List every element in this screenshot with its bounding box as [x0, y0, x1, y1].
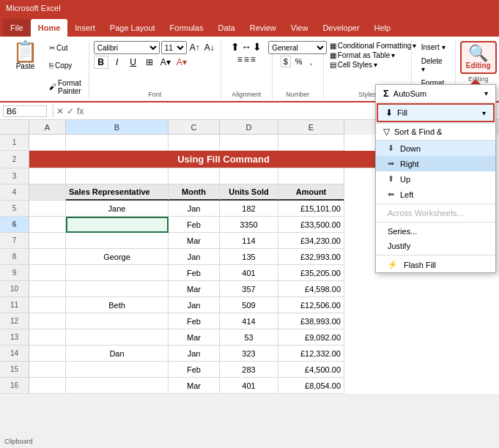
format-painter-button[interactable]: 🖌 Format Painter	[46, 78, 84, 97]
cell-c4[interactable]: Month	[169, 184, 220, 201]
cell-d11[interactable]: 509	[220, 297, 278, 313]
cell-d1[interactable]	[220, 135, 278, 151]
cell-b8[interactable]: George	[66, 249, 169, 265]
cell-a1[interactable]	[29, 135, 66, 151]
cell-d15[interactable]: 283	[220, 362, 278, 378]
cell-a14[interactable]	[29, 346, 66, 362]
cell-b1[interactable]	[66, 135, 169, 151]
fill-series-item[interactable]: Series...	[376, 224, 495, 239]
align-top-button[interactable]: ⬆	[231, 41, 240, 53]
cell-a16[interactable]	[29, 378, 66, 394]
fill-down-item[interactable]: ⬇ Down	[376, 141, 495, 156]
cell-d14[interactable]: 323	[220, 346, 278, 362]
cell-a3[interactable]	[29, 168, 66, 184]
font-name-select[interactable]: Calibri	[94, 41, 160, 54]
font-size-select[interactable]: 11	[161, 41, 187, 54]
cell-c13[interactable]: Mar	[169, 329, 220, 346]
cell-c10[interactable]: Mar	[169, 281, 220, 297]
cell-a11[interactable]	[29, 297, 66, 313]
fill-right-item[interactable]: ➡ Right	[376, 156, 495, 171]
fill-left-item[interactable]: ⬅ Left	[376, 187, 495, 202]
cell-c12[interactable]: Feb	[169, 313, 220, 329]
cell-b6-selected[interactable]	[66, 217, 169, 233]
fill-across-item[interactable]: Across Worksheets...	[376, 206, 495, 220]
copy-button[interactable]: ⎘ Copy	[46, 60, 84, 71]
cut-button[interactable]: ✂ Cut	[46, 42, 84, 53]
fill-justify-item[interactable]: Justify	[376, 239, 495, 253]
cell-a15[interactable]	[29, 362, 66, 378]
cell-c9[interactable]: Feb	[169, 265, 220, 281]
cell-e12[interactable]: £38,993.00	[278, 313, 344, 329]
cell-c16[interactable]: Mar	[169, 378, 220, 394]
cell-e5[interactable]: £15,101.00	[278, 201, 344, 217]
cell-a12[interactable]	[29, 313, 66, 329]
cancel-formula-icon[interactable]: ✕	[56, 106, 64, 116]
cell-b11[interactable]: Beth	[66, 297, 169, 313]
cell-e15[interactable]: £4,500.00	[278, 362, 344, 378]
percent-button[interactable]: %	[292, 56, 306, 67]
tab-review[interactable]: Review	[243, 19, 284, 37]
cell-c14[interactable]: Jan	[169, 346, 220, 362]
paste-button[interactable]: 📋 Paste	[6, 40, 45, 100]
cell-a4[interactable]	[29, 184, 66, 201]
cell-b2-title[interactable]: Using Fill Command	[66, 151, 381, 168]
cell-e1[interactable]	[278, 135, 344, 151]
cell-c5[interactable]: Jan	[169, 201, 220, 217]
cell-d12[interactable]: 414	[220, 313, 278, 329]
cell-styles-button[interactable]: ▤ Cell Styles ▾	[328, 60, 407, 70]
cell-e3[interactable]	[278, 168, 344, 184]
insert-cells-button[interactable]: Insert ▾	[418, 41, 449, 53]
tab-file[interactable]: File	[3, 19, 31, 37]
cell-a8[interactable]	[29, 249, 66, 265]
cell-a13[interactable]	[29, 329, 66, 346]
cell-e11[interactable]: £12,506.00	[278, 297, 344, 313]
cell-d4[interactable]: Units Sold	[220, 184, 278, 201]
cell-d16[interactable]: 401	[220, 378, 278, 394]
cell-c11[interactable]: Jan	[169, 297, 220, 313]
cell-d3[interactable]	[220, 168, 278, 184]
cell-d6[interactable]: 3350	[220, 217, 278, 233]
col-header-e[interactable]: E	[278, 120, 344, 135]
cell-a10[interactable]	[29, 281, 66, 297]
tab-help[interactable]: Help	[367, 19, 399, 37]
cell-b9[interactable]	[66, 265, 169, 281]
bold-button[interactable]: B	[94, 56, 108, 69]
cell-e13[interactable]: £9,092.00	[278, 329, 344, 346]
insert-function-icon[interactable]: fx	[77, 106, 84, 116]
cell-reference-input[interactable]	[3, 105, 47, 117]
cell-e8[interactable]: £32,993.00	[278, 249, 344, 265]
cell-e9[interactable]: £35,205.00	[278, 265, 344, 281]
cell-d8[interactable]: 135	[220, 249, 278, 265]
cell-a5[interactable]	[29, 201, 66, 217]
cell-b7[interactable]	[66, 233, 169, 249]
cell-c15[interactable]: Feb	[169, 362, 220, 378]
confirm-formula-icon[interactable]: ✓	[67, 106, 74, 116]
comma-button[interactable]: ,	[307, 56, 315, 67]
cell-a2[interactable]	[29, 151, 66, 168]
cell-d13[interactable]: 53	[220, 329, 278, 346]
cell-e7[interactable]: £34,230.00	[278, 233, 344, 249]
tab-developer[interactable]: Developer	[315, 19, 366, 37]
align-middle-button[interactable]: ↔	[241, 41, 251, 53]
autosum-row[interactable]: Σ AutoSum ▾	[376, 85, 495, 102]
fill-button[interactable]: ⬇ Fill ▾	[377, 103, 495, 122]
cell-d5[interactable]: 182	[220, 201, 278, 217]
cell-b12[interactable]	[66, 313, 169, 329]
cell-b16[interactable]	[66, 378, 169, 394]
align-center-button[interactable]: ≡	[244, 54, 249, 64]
tab-view[interactable]: View	[284, 19, 316, 37]
cell-a9[interactable]	[29, 265, 66, 281]
cell-b13[interactable]	[66, 329, 169, 346]
cell-b15[interactable]	[66, 362, 169, 378]
number-format-select[interactable]: General	[268, 41, 327, 54]
border-button[interactable]: ⊞	[142, 56, 157, 69]
increase-font-button[interactable]: A↑	[188, 42, 202, 53]
cell-b4[interactable]: Sales Representative	[66, 184, 169, 201]
tab-formulas[interactable]: Formulas	[163, 19, 211, 37]
cell-b10[interactable]	[66, 281, 169, 297]
tab-page-layout[interactable]: Page Layout	[103, 19, 163, 37]
delete-cells-button[interactable]: Delete ▾	[418, 55, 449, 75]
col-header-a[interactable]: A	[29, 120, 66, 135]
tab-data[interactable]: Data	[210, 19, 242, 37]
cell-d9[interactable]: 401	[220, 265, 278, 281]
